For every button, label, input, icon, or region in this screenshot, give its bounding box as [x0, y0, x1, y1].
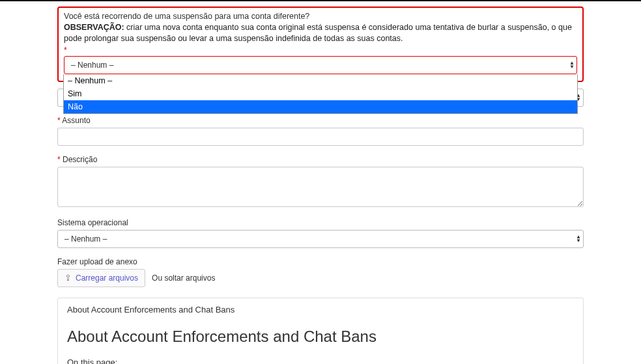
appeal-account-select[interactable]: – Nenhum – ▲▼ — [64, 56, 577, 74]
appeal-different-account-section: Você está recorrendo de uma suspensão pa… — [57, 7, 584, 82]
dropdown-option-yes[interactable]: Sim — [64, 87, 577, 100]
description-textarea[interactable] — [57, 167, 584, 207]
select-value: – Nenhum – — [64, 234, 107, 244]
upload-icon: ⇪ — [64, 273, 72, 283]
select-value: – Nenhum – — [71, 61, 113, 70]
upload-button[interactable]: ⇪ Carregar arquivos — [57, 269, 145, 287]
attach-label: Fazer upload de anexo — [57, 257, 584, 266]
article-title: About Account Enforcements and Chat Bans — [67, 328, 574, 346]
question-note: OBSERVAÇÃO: criar uma nova conta enquant… — [64, 22, 577, 44]
article-subheading: On this page: — [67, 357, 574, 364]
dropdown-option-none[interactable]: – Nenhum – — [64, 74, 577, 87]
appeal-account-dropdown: – Nenhum – Sim Não — [63, 74, 578, 114]
description-label: * Descrição — [57, 155, 584, 164]
os-label: Sistema operacional — [57, 218, 584, 227]
os-select[interactable]: – Nenhum – ▲▼ — [57, 230, 584, 248]
chevron-updown-icon: ▲▼ — [569, 61, 575, 69]
upload-button-label: Carregar arquivos — [76, 273, 138, 283]
subject-input[interactable] — [57, 128, 584, 146]
dropdown-option-no[interactable]: Não — [64, 100, 577, 113]
drop-area-text: Ou soltar arquivos — [152, 273, 215, 283]
question-label: Você está recorrendo de uma suspensão pa… — [64, 12, 577, 21]
chevron-updown-icon: ▲▼ — [576, 235, 581, 243]
required-indicator: * — [64, 46, 577, 55]
article-breadcrumb[interactable]: About Account Enforcements and Chat Bans — [67, 305, 574, 315]
subject-label: * Assunto — [57, 116, 584, 125]
related-article-box: About Account Enforcements and Chat Bans… — [57, 298, 584, 364]
